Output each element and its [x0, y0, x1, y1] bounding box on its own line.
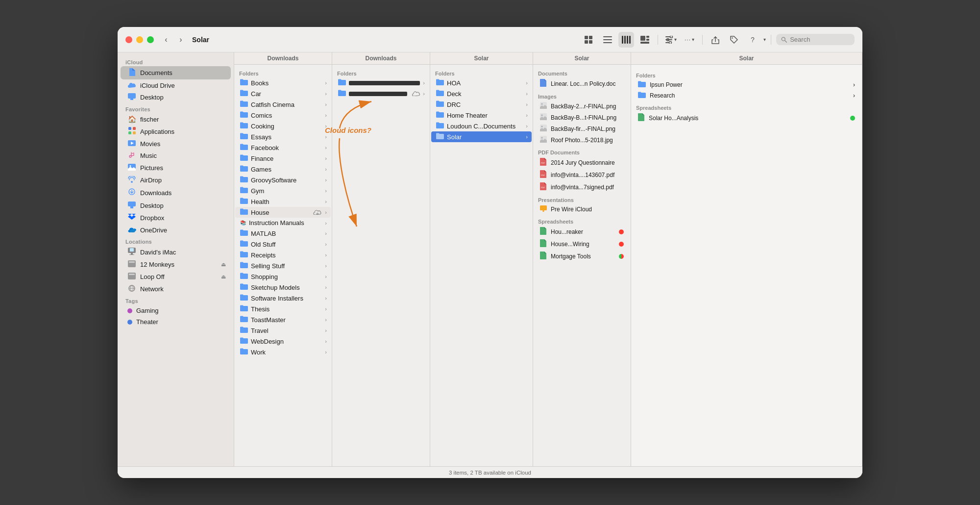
eject-icon-loop[interactable]: ⏏: [221, 274, 226, 280]
list-item[interactable]: Old Stuff ›: [235, 239, 331, 250]
list-item[interactable]: Roof Photo...5-2018.jpg: [535, 134, 629, 146]
list-item[interactable]: Catfish Cinema ›: [235, 99, 331, 110]
sidebar-item-loop-off[interactable]: Loop Off ⏏: [121, 271, 231, 283]
eject-icon-12[interactable]: ⏏: [221, 261, 226, 268]
list-item[interactable]: 📚 Instruction Manuals ›: [235, 218, 331, 228]
sidebar-item-davids-imac[interactable]: David's iMac: [121, 246, 231, 258]
close-button[interactable]: [125, 36, 132, 43]
list-item[interactable]: WebDesign ›: [235, 336, 331, 347]
list-item[interactable]: Selling Stuff ›: [235, 260, 331, 271]
col4-header: Solar: [533, 52, 631, 65]
list-item[interactable]: Games ›: [235, 164, 331, 175]
list-item[interactable]: Pre Wire iCloud: [535, 204, 629, 215]
list-item[interactable]: Software Installers ›: [235, 293, 331, 303]
sidebar-item-documents[interactable]: Documents: [121, 66, 231, 79]
folder-icon: [240, 305, 248, 313]
sidebar-item-dropbox[interactable]: Dropbox: [121, 212, 231, 224]
list-item[interactable]: Home Theater ›: [431, 110, 532, 121]
list-item[interactable]: Car ›: [235, 88, 331, 99]
list-item[interactable]: Linear. Loc...n Policy.doc: [535, 77, 629, 90]
list-item[interactable]: Thesis ›: [235, 303, 331, 314]
list-item[interactable]: BackBay-fir...-FINAL.png: [535, 123, 629, 134]
list-item[interactable]: PDF info@vinta...7signed.pdf: [535, 181, 629, 193]
list-item[interactable]: BackBay-B...t-FINAL.png: [535, 112, 629, 123]
sidebar-item-airdrop[interactable]: AirDrop: [121, 174, 231, 186]
list-item-solar-selected[interactable]: Solar ›: [431, 131, 532, 142]
list-item[interactable]: Facebook ›: [235, 142, 331, 153]
list-item[interactable]: GroovySoftware ›: [235, 175, 331, 185]
list-item[interactable]: Solar Ho...Analysis: [633, 112, 860, 124]
folder-name: HOA: [447, 79, 523, 87]
svg-rect-15: [665, 36, 670, 37]
col2-list[interactable]: Folders ›: [332, 65, 430, 466]
list-item[interactable]: Gym ›: [235, 185, 331, 196]
share-button[interactable]: [708, 32, 723, 48]
back-button[interactable]: ‹: [160, 33, 172, 46]
sidebar-item-fischer[interactable]: 🏠 fischer: [121, 113, 231, 125]
list-item[interactable]: Loudoun C...Documents ›: [431, 121, 532, 131]
sidebar-item-desktop[interactable]: Desktop: [121, 91, 231, 103]
list-item[interactable]: PDF info@vinta....143607.pdf: [535, 169, 629, 181]
sidebar-item-gaming[interactable]: Gaming: [121, 305, 231, 316]
list-item[interactable]: PDF 2014 Jury Questionnaire: [535, 156, 629, 169]
list-item[interactable]: Comics ›: [235, 110, 331, 121]
col1-list[interactable]: Folders Books › Car: [234, 65, 332, 466]
list-item[interactable]: Books ›: [235, 77, 331, 88]
desktop2-icon: [127, 202, 136, 210]
list-item[interactable]: DRC ›: [431, 99, 532, 110]
list-item[interactable]: Health ›: [235, 196, 331, 207]
list-item[interactable]: BackBay-2...r-FINAL.png: [535, 101, 629, 112]
list-item-redacted-1[interactable]: ›: [333, 77, 429, 88]
more-options-button[interactable]: ··· ▾: [682, 32, 697, 48]
sidebar-item-icloud-drive[interactable]: iCloud Drive: [121, 79, 231, 91]
sidebar-item-desktop2[interactable]: Desktop: [121, 200, 231, 212]
list-item[interactable]: MATLAB ›: [235, 228, 331, 239]
list-item[interactable]: Essays ›: [235, 131, 331, 142]
column-view-icon[interactable]: [618, 32, 634, 48]
list-item[interactable]: Sketchup Models ›: [235, 282, 331, 293]
sidebar-item-network[interactable]: Network: [121, 283, 231, 295]
list-item[interactable]: Cooking ›: [235, 121, 331, 131]
list-item[interactable]: Mortgage Tools: [535, 250, 629, 262]
minimize-button[interactable]: [136, 36, 143, 43]
list-item[interactable]: Ipsun Power ›: [633, 79, 860, 90]
list-item[interactable]: Shopping ›: [235, 271, 331, 282]
sidebar-item-movies[interactable]: Movies: [121, 138, 231, 150]
list-item[interactable]: House...Wiring: [535, 238, 629, 250]
list-item-redacted-2[interactable]: ›: [333, 88, 429, 99]
list-item[interactable]: House ›: [235, 207, 331, 218]
tag-button[interactable]: [726, 32, 742, 48]
gallery-view-icon[interactable]: [637, 32, 653, 48]
forward-button[interactable]: ›: [174, 33, 187, 46]
list-item[interactable]: Travel ›: [235, 325, 331, 336]
search-box[interactable]: [776, 34, 855, 45]
sidebar-item-pictures[interactable]: Pictures: [121, 162, 231, 174]
view-options-button[interactable]: ▾: [663, 32, 679, 48]
list-item[interactable]: Hou...reaker: [535, 226, 629, 238]
sidebar-item-onedrive[interactable]: OneDrive: [121, 224, 231, 236]
svg-point-34: [130, 165, 131, 167]
list-item[interactable]: Receipts ›: [235, 250, 331, 260]
doc-name: Linear. Loc...n Policy.doc: [551, 80, 624, 87]
maximize-button[interactable]: [147, 36, 154, 43]
sidebar-item-theater[interactable]: Theater: [121, 316, 231, 328]
divider2: [702, 35, 703, 45]
divider1: [658, 35, 658, 45]
folder-name: Travel: [251, 327, 322, 334]
sidebar-item-12-monkeys[interactable]: 12 Monkeys ⏏: [121, 258, 231, 271]
list-item[interactable]: ToastMaster ›: [235, 314, 331, 325]
list-item[interactable]: HOA ›: [431, 77, 532, 88]
list-item[interactable]: Research ›: [633, 90, 860, 101]
list-view-icon[interactable]: [600, 32, 615, 48]
search-input[interactable]: [790, 36, 850, 43]
list-item[interactable]: Work ›: [235, 347, 331, 357]
sidebar-item-applications[interactable]: Applications: [121, 125, 231, 138]
sidebar-item-downloads[interactable]: Downloads: [121, 186, 231, 200]
col3-list[interactable]: Folders HOA › Deck: [430, 65, 533, 466]
col4-list[interactable]: Documents Linear. Loc...n Policy.doc Ima…: [533, 65, 631, 466]
sidebar-item-music[interactable]: Music: [121, 150, 231, 162]
grid-view-icon[interactable]: [581, 32, 597, 48]
help-button[interactable]: ?: [745, 32, 760, 48]
list-item[interactable]: Finance ›: [235, 153, 331, 164]
list-item[interactable]: Deck ›: [431, 88, 532, 99]
